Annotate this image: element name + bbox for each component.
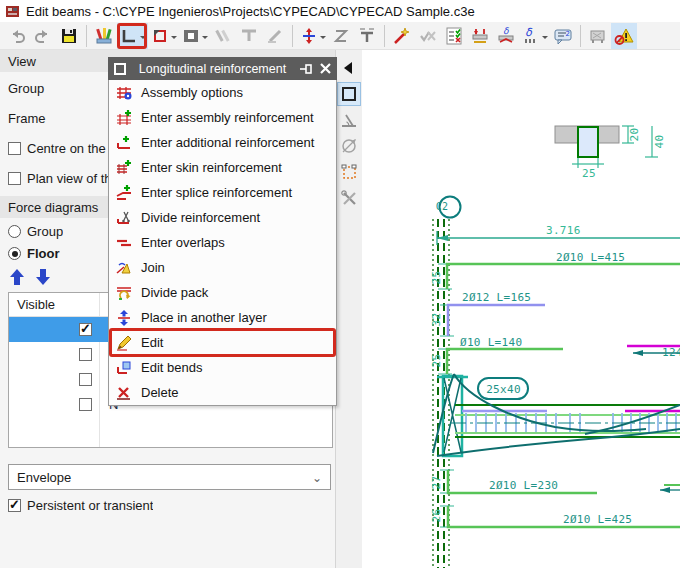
save-icon[interactable] <box>56 23 82 49</box>
menu-body: Assembly options Enter assembly reinforc… <box>108 80 337 406</box>
visible-checkbox[interactable] <box>79 373 92 386</box>
menu-item-edit-bends[interactable]: Edit bends <box>109 355 336 380</box>
window-title: Edit beams - C:\CYPE Ingenieros\Projects… <box>26 4 475 19</box>
beam-size-label: 25x40 <box>481 383 526 396</box>
svg-text:δ: δ <box>525 26 533 39</box>
checkbox-box[interactable] <box>8 172 21 185</box>
t-section-icon[interactable] <box>236 23 262 49</box>
move-down-icon[interactable] <box>30 264 56 290</box>
zoom-window-icon[interactable] <box>337 82 361 106</box>
menu-item-enter-overlaps[interactable]: Enter overlaps <box>109 230 336 255</box>
section-icon[interactable] <box>179 23 210 49</box>
edit-pencil-icon <box>116 335 132 351</box>
close-icon[interactable] <box>320 63 331 74</box>
toolbar-separator <box>86 25 87 47</box>
assign-wand-icon[interactable] <box>389 23 415 49</box>
longitudinal-reinforcement-icon[interactable] <box>117 23 148 49</box>
redo-icon[interactable] <box>30 23 56 49</box>
svg-text:δ: δ <box>503 26 509 36</box>
menu-item-enter-additional-reinforcement[interactable]: Enter additional reinforcement <box>109 130 336 155</box>
menu-item-enter-splice-reinforcement[interactable]: Enter splice reinforcement <box>109 180 336 205</box>
group-label: Group <box>8 81 44 96</box>
pencil-set-icon[interactable] <box>91 23 117 49</box>
envelope-dropdown[interactable]: Envelope ⌄ <box>8 464 331 490</box>
beam-supports-icon[interactable] <box>297 23 328 49</box>
top-bar-label: Ø10 L=140 <box>460 336 522 349</box>
undo-icon[interactable] <box>4 23 30 49</box>
dropdown-arrow[interactable] <box>140 36 146 42</box>
section-width-label: 25 <box>578 167 600 180</box>
menu-item-assembly-options[interactable]: Assembly options <box>109 80 336 105</box>
edit-bars-icon[interactable] <box>262 23 288 49</box>
dropdown-arrow[interactable] <box>202 36 208 42</box>
menu-title-bar[interactable]: Longitudinal reinforcement <box>108 57 337 80</box>
bottom-bar-label: 2Ø10 L=425 <box>563 513 632 526</box>
anchor-dimension-label: 25 <box>430 269 443 287</box>
anchor-dimension-label: 32 <box>430 311 443 329</box>
transverse-reinforcement-icon[interactable] <box>148 23 179 49</box>
plan-view-checkbox[interactable]: Plan view of th <box>8 171 108 186</box>
select-marquee-icon[interactable] <box>337 160 361 184</box>
anchor-dimension-label: 25 <box>430 352 443 370</box>
group-radio[interactable]: Group <box>8 224 63 239</box>
visible-checkbox[interactable] <box>79 398 92 411</box>
divide-reinforcement-icon <box>116 210 132 226</box>
place-layer-icon <box>116 310 132 326</box>
move-up-icon[interactable] <box>4 264 30 290</box>
enter-assembly-icon <box>116 110 132 126</box>
orthogonal-icon[interactable] <box>337 108 361 132</box>
toolbar-separator <box>384 25 385 47</box>
main-toolbar: δ δ 2 <box>0 22 680 50</box>
enter-skin-icon <box>116 160 132 176</box>
persistent-checkbox[interactable]: Persistent or transient <box>8 498 153 513</box>
menu-item-place-in-another-layer[interactable]: Place in another layer <box>109 305 336 330</box>
tools-icon[interactable] <box>337 186 361 210</box>
chevron-down-icon[interactable]: ⌄ <box>312 471 322 485</box>
errors-warning-icon[interactable] <box>611 23 637 49</box>
top-bar-label: 2Ø10 L=415 <box>556 251 625 264</box>
beam-delta-icon[interactable]: δ <box>493 23 519 49</box>
menu-item-enter-skin-reinforcement[interactable]: Enter skin reinforcement <box>109 155 336 180</box>
restore-icon <box>114 63 126 75</box>
radio-button[interactable] <box>8 225 21 238</box>
clipped-dimension-label: 124 <box>662 346 680 359</box>
section-flange-label: 20 <box>628 126 641 144</box>
span-dimension-label: 3.716 <box>546 224 581 237</box>
floor-radio[interactable]: Floor <box>8 246 60 261</box>
frame-label: Frame <box>8 111 46 126</box>
visible-checkbox[interactable] <box>79 348 92 361</box>
delete-icon <box>116 385 132 401</box>
title-bar: Edit beams - C:\CYPE Ingenieros\Projects… <box>0 0 680 22</box>
toolbar-separator <box>292 25 293 47</box>
sketch-pencils-icon[interactable] <box>210 23 236 49</box>
pin-icon[interactable] <box>299 63 313 75</box>
check-list-icon[interactable] <box>441 23 467 49</box>
rotate-icon[interactable] <box>337 134 361 158</box>
collapse-arrow-icon[interactable] <box>337 56 361 80</box>
deflection-limits-icon[interactable]: δ <box>519 23 550 49</box>
checkbox-box[interactable] <box>8 142 21 155</box>
dropdown-arrow[interactable] <box>320 36 326 42</box>
dropdown-arrow[interactable] <box>171 36 177 42</box>
section-depth-label: 40 <box>653 133 666 151</box>
drawing-canvas[interactable]: C2 3.716 2Ø10 L=415 25 2Ø12 L=165 32 Ø10… <box>362 50 680 568</box>
menu-item-edit[interactable]: Edit <box>109 330 336 355</box>
match-verify-icon[interactable] <box>415 23 441 49</box>
menu-item-enter-assembly-reinforcement[interactable]: Enter assembly reinforcement <box>109 105 336 130</box>
column-reference-label: C2 <box>434 201 450 212</box>
menu-item-divide-reinforcement[interactable]: Divide reinforcement <box>109 205 336 230</box>
beam-deflection-icon[interactable] <box>467 23 493 49</box>
t-beam-dimensions-icon[interactable] <box>354 23 380 49</box>
z-section-icon[interactable] <box>328 23 354 49</box>
menu-item-join[interactable]: Join <box>109 255 336 280</box>
comments-icon[interactable]: 2 <box>550 23 576 49</box>
visible-checkbox[interactable] <box>79 323 92 336</box>
menu-item-divide-pack[interactable]: Divide pack <box>109 280 336 305</box>
menu-item-delete[interactable]: Delete <box>109 380 336 405</box>
enter-splice-icon <box>116 185 132 201</box>
checkbox-box[interactable] <box>8 499 21 512</box>
centre-on-beam-checkbox[interactable]: Centre on the b <box>8 141 108 156</box>
dropdown-arrow[interactable] <box>542 36 548 42</box>
radio-button[interactable] <box>8 247 21 260</box>
beam-machine-icon[interactable] <box>585 23 611 49</box>
